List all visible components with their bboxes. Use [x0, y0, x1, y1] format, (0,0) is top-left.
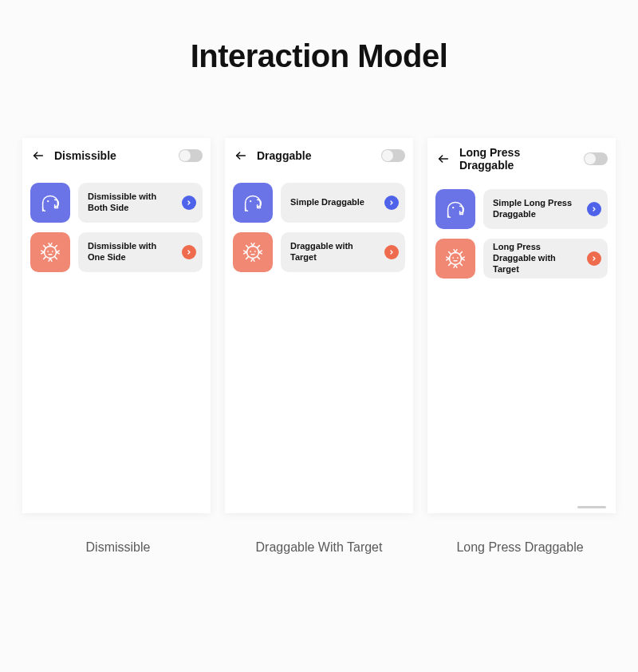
toggle-knob	[585, 153, 596, 164]
item-label: Simple Long Press Draggable	[493, 198, 581, 220]
item-card[interactable]: Simple Draggable	[281, 183, 405, 223]
chevron-right-icon	[591, 206, 597, 212]
item-tile	[30, 232, 70, 272]
list-item: Long Press Draggable with Target	[435, 239, 608, 279]
svg-point-11	[452, 207, 454, 208]
pane-title: Long Press Draggable	[459, 146, 577, 172]
elephant-icon	[241, 191, 265, 215]
item-card[interactable]: Dismissible with One Side	[78, 232, 203, 272]
dark-mode-toggle[interactable]	[179, 149, 203, 162]
item-label: Long Press Draggable with Target	[493, 242, 581, 275]
chevron-right-icon	[388, 249, 395, 255]
chevron-right-icon	[186, 249, 192, 255]
svg-point-1	[47, 200, 49, 202]
list: Dismissible with Both Side	[22, 173, 211, 282]
list-item: Draggable with Target	[233, 232, 405, 272]
back-button[interactable]	[231, 146, 250, 165]
pane-header: Dismissible	[22, 138, 211, 173]
pane-title: Draggable	[257, 149, 375, 162]
toggle-knob	[179, 150, 191, 161]
item-tile	[435, 239, 475, 279]
list-item: Simple Long Press Draggable	[435, 189, 608, 229]
arrow-left-icon	[437, 152, 450, 165]
item-label: Dismissible with Both Side	[88, 192, 175, 214]
item-card[interactable]: Draggable with Target	[281, 232, 405, 272]
dark-mode-toggle[interactable]	[381, 149, 405, 162]
chevron-right-icon	[388, 200, 395, 206]
svg-point-3	[47, 251, 49, 252]
svg-point-4	[52, 251, 53, 252]
pane-title: Dismissible	[54, 149, 172, 162]
lion-icon	[443, 247, 467, 271]
svg-point-8	[250, 251, 251, 252]
svg-point-9	[254, 251, 256, 252]
chevron-button[interactable]	[587, 251, 601, 266]
home-indicator	[577, 506, 606, 508]
chevron-button[interactable]	[182, 245, 196, 259]
chevron-right-icon	[186, 200, 192, 206]
pane-draggable: Draggable Simple Draggable	[225, 138, 413, 513]
page-title: Interaction Model	[0, 38, 638, 74]
item-label: Dismissible with One Side	[88, 241, 175, 263]
lion-icon	[241, 240, 265, 264]
list-item: Simple Draggable	[233, 183, 405, 223]
item-tile	[435, 189, 475, 229]
captions-row: Dismissible Draggable With Target Long P…	[0, 540, 638, 555]
item-tile	[233, 232, 273, 272]
pane-header: Draggable	[225, 138, 413, 173]
item-card[interactable]: Dismissible with Both Side	[78, 183, 203, 223]
pane-caption: Dismissible	[22, 540, 214, 555]
svg-point-6	[250, 200, 251, 202]
dark-mode-toggle[interactable]	[584, 152, 608, 165]
svg-point-14	[457, 257, 459, 259]
item-label: Simple Draggable	[290, 197, 378, 208]
arrow-left-icon	[32, 149, 45, 162]
pane-header: Long Press Draggable	[427, 138, 616, 180]
chevron-button[interactable]	[182, 196, 196, 210]
item-card[interactable]: Simple Long Press Draggable	[483, 189, 608, 229]
panes-container: Dismissible Dismissible with Both Side	[0, 138, 638, 513]
chevron-button[interactable]	[587, 202, 601, 216]
list: Simple Draggable D	[225, 173, 413, 282]
item-card[interactable]: Long Press Draggable with Target	[483, 239, 608, 279]
chevron-button[interactable]	[384, 245, 399, 259]
arrow-left-icon	[234, 149, 247, 162]
pane-caption: Draggable With Target	[223, 540, 415, 555]
svg-point-13	[452, 257, 454, 259]
elephant-icon	[38, 191, 62, 215]
item-label: Draggable with Target	[290, 241, 378, 263]
pane-caption: Long Press Draggable	[424, 540, 616, 555]
pane-long-press-draggable: Long Press Draggable Simple Long Press D…	[427, 138, 616, 513]
chevron-button[interactable]	[384, 196, 399, 210]
pane-dismissible: Dismissible Dismissible with Both Side	[22, 138, 211, 513]
toggle-knob	[382, 150, 393, 161]
back-button[interactable]	[29, 146, 48, 165]
elephant-icon	[443, 197, 467, 221]
list-item: Dismissible with Both Side	[30, 183, 203, 223]
item-tile	[233, 183, 273, 223]
list-item: Dismissible with One Side	[30, 232, 203, 272]
lion-icon	[38, 240, 62, 264]
chevron-right-icon	[591, 255, 597, 262]
back-button[interactable]	[434, 149, 453, 168]
list: Simple Long Press Draggable	[427, 180, 616, 288]
item-tile	[30, 183, 70, 223]
